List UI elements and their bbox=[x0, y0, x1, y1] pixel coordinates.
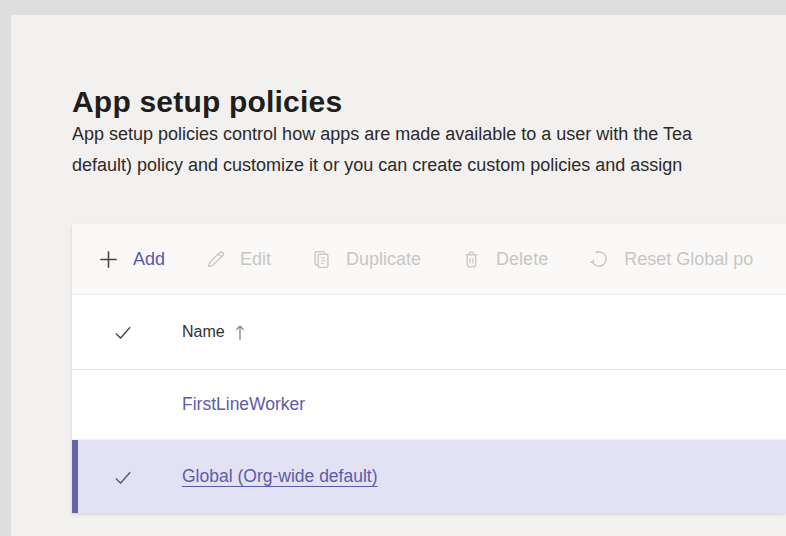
delete-button[interactable]: Delete bbox=[461, 249, 548, 270]
toolbar: Add Edit bbox=[72, 224, 786, 295]
reset-global-policy-label: Reset Global po bbox=[624, 249, 753, 270]
add-button-label: Add bbox=[133, 249, 165, 270]
page-title: App setup policies bbox=[72, 85, 342, 119]
reset-icon bbox=[588, 248, 610, 270]
table-row-firstlineworker[interactable]: FirstLineWorker bbox=[72, 370, 786, 440]
description-line-2: default) policy and customize it or you … bbox=[72, 150, 786, 181]
column-header-name-label: Name bbox=[182, 323, 225, 341]
description-line-1: App setup policies control how apps are … bbox=[72, 119, 786, 150]
table-header-row: Name bbox=[72, 295, 786, 370]
delete-button-label: Delete bbox=[496, 249, 548, 270]
page-description: App setup policies control how apps are … bbox=[72, 119, 786, 181]
column-header-name[interactable]: Name bbox=[182, 323, 246, 342]
selected-row-accent-bar bbox=[72, 440, 78, 513]
duplicate-button-label: Duplicate bbox=[346, 249, 421, 270]
policy-link-firstlineworker[interactable]: FirstLineWorker bbox=[182, 394, 305, 415]
edit-button[interactable]: Edit bbox=[205, 249, 271, 270]
content-card: App setup policies App setup policies co… bbox=[11, 15, 786, 536]
copy-icon bbox=[311, 249, 332, 270]
select-all-checkmark-icon[interactable] bbox=[112, 321, 134, 343]
duplicate-button[interactable]: Duplicate bbox=[311, 249, 421, 270]
table-row-global[interactable]: Global (Org-wide default) bbox=[72, 440, 786, 513]
add-button[interactable]: Add bbox=[98, 249, 165, 270]
plus-icon bbox=[98, 249, 119, 270]
policies-table: Add Edit bbox=[72, 224, 786, 513]
edit-button-label: Edit bbox=[240, 249, 271, 270]
trash-icon bbox=[461, 249, 482, 270]
pencil-icon bbox=[205, 249, 226, 270]
sort-ascending-icon bbox=[234, 323, 246, 342]
policy-link-global[interactable]: Global (Org-wide default) bbox=[182, 466, 378, 487]
reset-global-policy-button[interactable]: Reset Global po bbox=[588, 248, 753, 270]
row-selected-checkmark-icon bbox=[112, 466, 134, 488]
